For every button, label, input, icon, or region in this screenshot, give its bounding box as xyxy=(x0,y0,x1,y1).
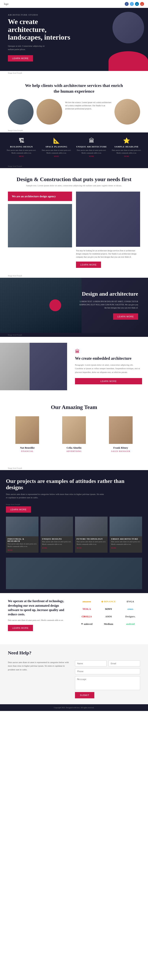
message-input[interactable] xyxy=(75,676,140,690)
project-card-3: FUTURE TECHNOLOGY Duis auctor ante diam … xyxy=(75,517,108,553)
feature-sample: ⭐ SAMPLE HEADLINE Duis auctor ante diam … xyxy=(111,137,142,157)
project-desc-1: Duis auctor ante diam sit amet porta orc… xyxy=(6,542,38,549)
planning-icon: 📐 xyxy=(41,137,72,144)
client-logo-tesla: TESLA xyxy=(77,606,97,612)
hero-desc: Quisque ut nisl. Consectetur adipiscing … xyxy=(8,45,47,51)
clients-linkedin-icon[interactable]: in xyxy=(19,634,23,638)
projects-heading: Our projects are examples of attitudes r… xyxy=(6,478,142,491)
design-left: We are an architecture design agency xyxy=(8,192,72,247)
social-icons: f t in g xyxy=(125,2,144,6)
team-img-credit: Image from Freepik xyxy=(0,466,148,470)
member-photo-3 xyxy=(109,416,133,444)
embedded-left xyxy=(0,343,67,390)
footer: Copyright 2023. Designed with love. All … xyxy=(0,704,148,711)
help-grid: We love the science. Lorem ipsum vel a n… xyxy=(8,99,140,124)
client-logo-unloved: ✦ unloved xyxy=(77,622,97,627)
client-logo-evga: EVGA xyxy=(121,599,140,604)
embedded-image-1 xyxy=(0,343,30,390)
embedded-right: 🏛 We create embedded architecture Paragr… xyxy=(67,343,148,390)
design-content: We are an architecture design agency You… xyxy=(8,192,140,268)
clients-logos-grid: amazon ◈ BINANCE EVGA TESLA SONY crocs C… xyxy=(77,599,140,627)
member3-facebook-icon[interactable]: f xyxy=(113,454,118,458)
clients-title: We operate at the forefront of technolog… xyxy=(8,599,71,617)
submit-button[interactable]: SUBMIT xyxy=(75,692,94,698)
design-cta-button[interactable]: LEARN MORE xyxy=(76,262,101,268)
project-card-2: UNIQUE DESIGNS Duis auctor ante diam sit… xyxy=(40,517,73,553)
architecture-icon: 🏛 xyxy=(76,137,107,144)
project-desc-3: Duis auctor ante diam sit amet porta orc… xyxy=(75,541,108,547)
building-icon: 🏗 xyxy=(6,137,37,144)
client-logo-designrs: Designrs. xyxy=(121,614,140,619)
feature-space-planning: 📐 SPACE PLANNING Duis auctor ante diam s… xyxy=(41,137,72,157)
member2-twitter-icon[interactable]: t xyxy=(72,454,76,458)
member-role-2: ADVERTISING xyxy=(53,450,95,452)
design-img-credit: Image from Freepik xyxy=(0,274,148,278)
help-image-2 xyxy=(37,99,62,124)
dark-arch-desc: LOREM TEXT. LOREM IPSUM DOLOR SIT AMET, … xyxy=(79,300,138,309)
clients-right: amazon ◈ BINANCE EVGA TESLA SONY crocs C… xyxy=(77,599,140,627)
project-image-2 xyxy=(40,517,73,536)
help-text: We love the science. Lorem ipsum vel a n… xyxy=(65,99,111,112)
project-more-2[interactable]: MORE xyxy=(40,547,73,550)
need-help-title: Need Help? xyxy=(8,650,140,655)
facebook-icon[interactable]: f xyxy=(125,2,129,6)
need-help-form: SUBMIT xyxy=(75,660,140,698)
member3-twitter-icon[interactable]: t xyxy=(119,454,123,458)
dark-arch-cta-button[interactable]: LEARN MORE xyxy=(113,313,138,320)
phone-input[interactable] xyxy=(75,668,140,674)
feature-more-3[interactable]: MORE xyxy=(76,155,107,157)
projects-cta-button[interactable]: LEARN MORE xyxy=(6,506,31,513)
design-right: You may be looking for an architecture d… xyxy=(76,192,140,268)
features-grid: 🏗 BUILDING DESIGN Duis auctor ante diam … xyxy=(6,137,142,157)
project-card-1: INDUSTRIAL & RESEARCH Duis auctor ante d… xyxy=(6,517,38,553)
clients-facebook-icon[interactable]: f xyxy=(8,634,12,638)
clients-social-icons: f t in g xyxy=(8,634,71,638)
team-title: Our Amazing Team xyxy=(6,404,142,410)
member2-facebook-icon[interactable]: f xyxy=(67,454,71,458)
hero-left: ARCHITECTURE STUDIO We create architectu… xyxy=(0,8,81,71)
embedded-arch-icon: 🏛 xyxy=(75,349,142,354)
member-socials-2: f t in xyxy=(53,454,95,458)
clients-google-icon[interactable]: g xyxy=(24,634,29,638)
project-more-4[interactable]: MORE xyxy=(110,547,142,550)
member-socials-3: f t in xyxy=(99,454,142,458)
feature-desc-1: Duis auctor ante diam sit amet porta orc… xyxy=(6,149,37,154)
member1-linkedin-icon[interactable]: in xyxy=(30,454,35,458)
project-desc-2: Duis auctor ante diam sit amet porta orc… xyxy=(40,541,73,547)
project-more-1[interactable]: MORE xyxy=(6,549,38,553)
client-logo-medium: Medium xyxy=(99,622,118,627)
member-socials-1: f t in xyxy=(6,454,49,458)
twitter-icon[interactable]: t xyxy=(130,2,134,6)
form-row-1 xyxy=(75,660,140,667)
embedded-cta-button[interactable]: LEARN MORE xyxy=(75,378,142,384)
member2-linkedin-icon[interactable]: in xyxy=(77,454,81,458)
member1-twitter-icon[interactable]: t xyxy=(25,454,29,458)
feature-more-1[interactable]: MORE xyxy=(6,155,37,157)
agency-box: We are an architecture design agency xyxy=(8,192,72,201)
clients-cta-button[interactable]: LEARN MORE xyxy=(8,625,33,631)
feature-more-4[interactable]: MORE xyxy=(111,155,142,157)
member-name-2: Celia Almelin xyxy=(53,446,95,449)
hero-cta-button[interactable]: LEARN MORE xyxy=(8,55,33,62)
email-input[interactable] xyxy=(108,660,140,667)
feature-title-3: UNIQUE ARCHITECTURE xyxy=(76,145,107,148)
footer-text: Copyright 2023. Designed with love. All … xyxy=(6,706,142,709)
dark-arch-title: Design and architecture xyxy=(79,291,138,297)
client-logo-asos: ASOS xyxy=(99,614,118,619)
help-img-credit: Images from Freepik xyxy=(0,129,148,132)
feature-desc-2: Duis auctor ante diam sit amet porta orc… xyxy=(41,149,72,154)
clients-twitter-icon[interactable]: t xyxy=(13,634,18,638)
clients-section: We operate at the forefront of technolog… xyxy=(0,593,148,644)
google-icon[interactable]: g xyxy=(140,2,144,6)
project-more-3[interactable]: MORE xyxy=(75,547,108,550)
linkedin-icon[interactable]: in xyxy=(135,2,139,6)
projects-img-credit: Image from Freepik xyxy=(6,503,142,506)
design-title: Design & Construction that puts your nee… xyxy=(8,176,140,183)
client-logo-crocs: crocs xyxy=(121,606,140,612)
navbar: logo f t in g xyxy=(0,0,148,8)
name-input[interactable] xyxy=(75,660,107,667)
member3-linkedin-icon[interactable]: in xyxy=(124,454,128,458)
feature-more-2[interactable]: MORE xyxy=(41,155,72,157)
hero-img-credit: Image from Freepik xyxy=(0,71,148,75)
member1-facebook-icon[interactable]: f xyxy=(20,454,24,458)
